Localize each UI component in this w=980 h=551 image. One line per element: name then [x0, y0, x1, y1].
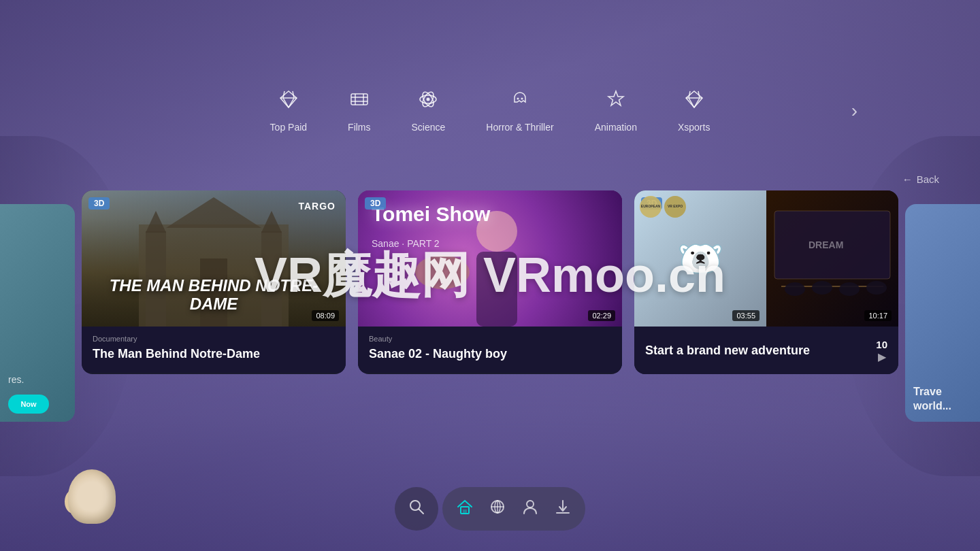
search-icon[interactable] [408, 498, 425, 520]
svg-marker-12 [166, 197, 261, 228]
card-playlist: Start a brand new adventure 10 ▶ [645, 339, 887, 363]
category-label-animation: Animation [595, 122, 637, 133]
home-icon[interactable] [456, 498, 474, 520]
award-2: VR EXPO [664, 196, 686, 218]
search-pill[interactable] [395, 487, 438, 531]
card-thumb-1: THE MAN BEHIND NOTRE-DAME TARGO 3D 08:09 [82, 190, 346, 327]
svg-text:DREAM: DREAM [808, 239, 843, 250]
partial-right-text: Trave world... [913, 385, 972, 414]
explore-icon[interactable] [489, 498, 506, 520]
sidebar-item-top-paid[interactable]: Top Paid [270, 88, 307, 133]
card-info-3: Start a brand new adventure 10 ▶ [634, 327, 898, 374]
nav-next-arrow[interactable]: › [851, 100, 858, 122]
download-icon[interactable] [554, 498, 572, 520]
atom-icon [417, 88, 439, 115]
sidebar-item-films[interactable]: Films [348, 88, 370, 133]
category-nav: Top Paid Films Science [0, 88, 980, 133]
duration-2: 02:29 [588, 310, 615, 321]
tomei-text: Tomei Show [372, 204, 490, 224]
card-thumb-3: 🐻‍❄️ 3D EUROPEAN VR EXPO 03:55 [634, 190, 898, 327]
playlist-count: 10 [876, 339, 887, 350]
svg-point-36 [527, 501, 534, 507]
back-arrow-icon: ← [902, 173, 913, 185]
svg-marker-16 [146, 211, 166, 233]
card-adventure[interactable]: 🐻‍❄️ 3D EUROPEAN VR EXPO 03:55 [634, 190, 898, 374]
polar-bear-emoji: 🐻‍❄️ [677, 237, 724, 281]
sidebar-item-science[interactable]: Science [412, 88, 446, 133]
targo-label: TARGO [298, 201, 336, 212]
card-partial-left[interactable]: res. Now [0, 204, 75, 422]
svg-point-9 [517, 98, 519, 100]
bottom-nav [395, 487, 585, 531]
sidebar-item-animation[interactable]: Animation [595, 88, 637, 133]
svg-rect-0 [351, 94, 368, 105]
card-title-1: The Man Behind Notre-Dame [93, 347, 335, 362]
svg-rect-31 [463, 510, 467, 514]
card-info-1: Documentary The Man Behind Notre-Dame [82, 327, 346, 373]
svg-point-24 [812, 281, 832, 295]
character-head [68, 469, 116, 524]
category-label-science: Science [412, 122, 446, 133]
badge-3d-2: 3D [365, 197, 386, 210]
vr-character [54, 456, 150, 551]
svg-marker-17 [261, 211, 282, 233]
svg-point-8 [427, 98, 430, 101]
award-1: EUROPEAN [640, 196, 662, 218]
svg-point-25 [839, 282, 860, 296]
card-notre-dame[interactable]: THE MAN BEHIND NOTRE-DAME TARGO 3D 08:09… [82, 190, 346, 374]
user-icon[interactable] [521, 498, 539, 520]
award-badges: EUROPEAN VR EXPO [640, 196, 686, 218]
duration-1: 08:09 [312, 310, 339, 321]
partial-left-button[interactable]: Now [8, 395, 49, 414]
svg-point-23 [785, 282, 805, 296]
ghost-icon [509, 88, 531, 115]
sidebar-item-horror[interactable]: Horror & Thriller [486, 88, 553, 133]
cinema-svg: DREAM [766, 190, 898, 327]
card-genre-1: Documentary [93, 335, 335, 343]
duration-3a: 03:55 [732, 310, 760, 321]
main-nav-pill [442, 487, 585, 531]
card-partial-right[interactable]: Trave world... [905, 204, 980, 422]
back-label: Back [917, 173, 939, 185]
diamond-icon [278, 88, 299, 115]
category-label-horror: Horror & Thriller [486, 122, 553, 133]
card-title-3: Start a brand new adventure [645, 344, 869, 358]
svg-line-29 [419, 510, 424, 514]
card-thumb-2: Tomei Show Sanae · PART 2 3D 02:29 [358, 190, 622, 327]
card-info-2: Beauty Sanae 02 - Naughty boy [358, 327, 622, 373]
card-sanae[interactable]: Tomei Show Sanae · PART 2 3D 02:29 Beaut… [358, 190, 622, 374]
category-label-top-paid: Top Paid [270, 122, 307, 133]
svg-point-26 [866, 281, 887, 295]
card-title-2: Sanae 02 - Naughty boy [369, 347, 611, 362]
card-genre-2: Beauty [369, 335, 611, 343]
notre-dame-overlay-text: THE MAN BEHIND NOTRE-DAME [95, 277, 332, 313]
svg-rect-19 [476, 252, 517, 327]
partial-left-subtext: res. [8, 374, 67, 385]
xsports-icon [683, 88, 705, 115]
back-button[interactable]: ← Back [902, 173, 939, 185]
star-icon [605, 88, 627, 115]
sidebar-item-xsports[interactable]: Xsports [678, 88, 710, 133]
badge-3d-1: 3D [88, 197, 110, 210]
category-label-xsports: Xsports [678, 122, 710, 133]
svg-point-20 [415, 255, 470, 289]
duration-3b: 10:17 [864, 310, 892, 321]
sanae-sub: Sanae · PART 2 [372, 238, 440, 249]
playlist-play-icon: ▶ [878, 350, 886, 363]
svg-point-10 [521, 98, 523, 100]
category-label-films: Films [348, 122, 370, 133]
main-cards: THE MAN BEHIND NOTRE-DAME TARGO 3D 08:09… [82, 190, 898, 374]
film-icon [348, 88, 370, 115]
